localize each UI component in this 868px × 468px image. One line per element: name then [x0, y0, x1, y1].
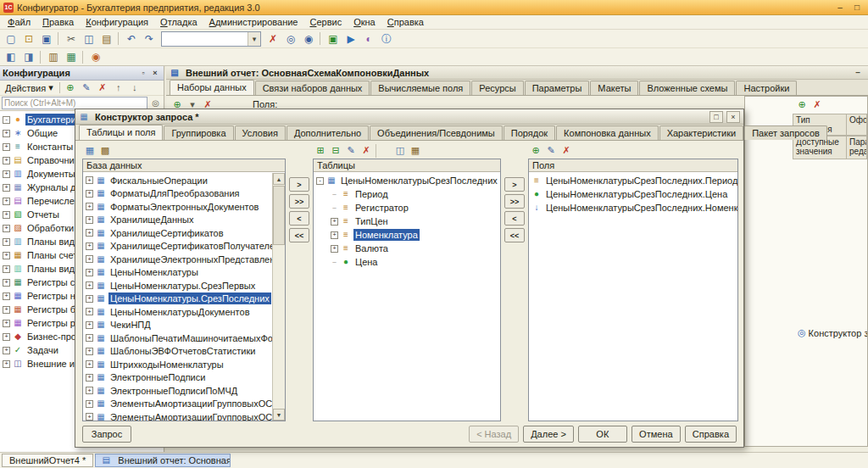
database-table-row[interactable]: ХранилищеСертификатовПолучателей	[83, 240, 272, 254]
database-table-row[interactable]: ХранилищеСертификатов	[83, 226, 272, 240]
database-table-row[interactable]: ХранилищеЭлектронныхПредставленийРег	[83, 253, 272, 266]
document-tab[interactable]: Связи наборов данных	[255, 81, 370, 95]
dialog-titlebar[interactable]: Конструктор запроса *	[75, 109, 743, 125]
dialog-tab[interactable]: Условия	[235, 125, 286, 140]
expander-icon[interactable]	[3, 333, 10, 341]
database-table-row[interactable]: ХранилищеДанных	[83, 214, 272, 227]
database-table-row[interactable]: ЦеныНоменклатуры	[83, 266, 272, 280]
expander-icon[interactable]	[331, 231, 338, 239]
selected-table-row[interactable]: ЦеныНоменклатурыСрезПоследних	[314, 174, 500, 187]
selected-table-row[interactable]: Цена	[314, 255, 500, 269]
dialog-tab[interactable]: Таблицы и поля	[79, 125, 163, 140]
chevron-down-icon[interactable]	[248, 32, 260, 46]
transfer-button[interactable]: <	[289, 211, 309, 226]
add-temp-table-icon[interactable]: ⊟	[328, 144, 343, 158]
dialog-tab[interactable]: Порядок	[504, 125, 555, 140]
expander-icon[interactable]	[86, 308, 93, 315]
dialog-tab[interactable]: Дополнительно	[287, 125, 369, 140]
dialog-tab[interactable]: Пакет запросов	[744, 125, 827, 140]
expander-icon[interactable]	[86, 374, 93, 382]
expander-icon[interactable]	[86, 190, 93, 198]
query-builder-link[interactable]: Конструктор запроса...	[798, 327, 867, 338]
expander-icon[interactable]	[3, 265, 10, 273]
expander-icon[interactable]	[3, 252, 10, 259]
expander-icon[interactable]	[3, 292, 10, 300]
find-icon[interactable]: ◎	[282, 31, 299, 47]
actions-menu-button[interactable]: Действия	[2, 81, 57, 94]
menu-item[interactable]: Правка	[36, 16, 80, 28]
database-table-row[interactable]: ШаблоныПечатиМашиночитаемыхФорм	[83, 332, 272, 345]
transfer-button[interactable]: >	[504, 177, 525, 192]
expander-icon[interactable]	[86, 387, 93, 394]
measure-icon[interactable]: ◐	[360, 31, 377, 47]
transfer-button[interactable]: >	[289, 177, 309, 192]
close-panel-icon[interactable]	[149, 69, 161, 77]
expander-icon[interactable]	[86, 255, 93, 263]
transfer-button[interactable]: <<	[289, 228, 309, 242]
column-header[interactable]: Оформление	[847, 114, 867, 136]
window-tab[interactable]: ВнешнийОтчет4 *	[2, 454, 93, 467]
delete-icon[interactable]: ✗	[95, 81, 110, 95]
expander-icon[interactable]	[331, 204, 338, 212]
expander-icon[interactable]	[86, 321, 93, 329]
selected-table-row[interactable]: Валюта	[314, 242, 500, 255]
expander-icon[interactable]	[3, 130, 10, 137]
database-table-row[interactable]: ШтрихкодыНоменклатуры	[83, 358, 272, 371]
search-input[interactable]	[2, 97, 147, 109]
expander-icon[interactable]	[86, 295, 93, 303]
add-icon[interactable]: ⊕	[528, 144, 543, 158]
expander-icon[interactable]	[86, 203, 93, 210]
selected-table-row[interactable]: Номенклатура	[314, 228, 500, 242]
undo-icon[interactable]: ↶	[123, 31, 140, 47]
panels-icon[interactable]: ◨	[20, 49, 37, 64]
clear-icon[interactable]: ✗	[264, 31, 281, 47]
expander-icon[interactable]	[3, 211, 10, 219]
info-icon[interactable]: ⓘ	[378, 31, 395, 47]
edit-icon[interactable]: ✎	[543, 144, 559, 158]
query-button[interactable]: Запрос	[82, 426, 131, 443]
window-tab[interactable]: Внешний отчет: ОсновнаяСх...	[95, 454, 231, 467]
delete-icon[interactable]: ✗	[359, 144, 374, 158]
expander-icon[interactable]	[86, 216, 93, 224]
selected-table-row[interactable]: Период	[314, 187, 500, 201]
syntax-check-icon[interactable]: ▣	[325, 31, 342, 47]
configuration-window-icon[interactable]: ◧	[3, 49, 19, 64]
document-tab[interactable]: Вложенные схемы	[639, 81, 735, 95]
paste-icon[interactable]: ▤	[98, 31, 115, 47]
copy-icon[interactable]: ◫	[81, 31, 97, 47]
expander-icon[interactable]	[3, 143, 10, 151]
expander-icon[interactable]	[331, 259, 338, 266]
expander-icon[interactable]	[3, 347, 10, 354]
save-icon[interactable]: ▣	[38, 31, 55, 47]
back-button[interactable]: < Назад	[469, 426, 519, 443]
replace-table-icon[interactable]: ◫	[392, 144, 408, 158]
expander-icon[interactable]	[331, 191, 338, 198]
search-field[interactable]	[4, 98, 145, 108]
quick-select-combobox[interactable]	[161, 31, 261, 47]
edit-icon[interactable]: ✎	[79, 81, 94, 95]
expander-icon[interactable]	[331, 245, 338, 253]
start-debug-icon[interactable]: ▶	[342, 31, 359, 47]
pin-panel-icon[interactable]	[137, 69, 149, 77]
maximize-icon[interactable]	[849, 2, 865, 14]
expander-icon[interactable]	[86, 269, 93, 276]
expander-icon[interactable]	[3, 360, 10, 368]
expander-icon[interactable]	[3, 198, 10, 205]
database-table-row[interactable]: ЭлектронныеПодписи	[83, 371, 272, 385]
database-table-row[interactable]: ФорматыЭлектронныхДокументов	[83, 200, 272, 214]
expander-icon[interactable]	[3, 170, 10, 178]
show-all-icon[interactable]: ▩	[97, 144, 113, 158]
expander-icon[interactable]	[3, 238, 10, 246]
cut-icon[interactable]: ✂	[63, 31, 80, 47]
expander-icon[interactable]	[86, 281, 93, 289]
redo-icon[interactable]: ↷	[141, 31, 158, 47]
expander-icon[interactable]	[3, 184, 10, 192]
expander-icon[interactable]	[3, 306, 10, 314]
add-icon[interactable]: ⊕	[63, 81, 78, 95]
expander-icon[interactable]	[86, 242, 93, 250]
expander-icon[interactable]	[316, 177, 324, 185]
dialog-tab[interactable]: Группировка	[164, 125, 233, 140]
database-table-row[interactable]: ЭлементыАмортизацииГрупповыхОСБухгал	[83, 398, 272, 411]
database-table-row[interactable]: ЭлементыАмортизацииГрупповыхОСБухгал	[83, 410, 272, 421]
selected-field-row[interactable]: ЦеныНоменклатурыСрезПоследних.Номенклату…	[529, 201, 737, 214]
